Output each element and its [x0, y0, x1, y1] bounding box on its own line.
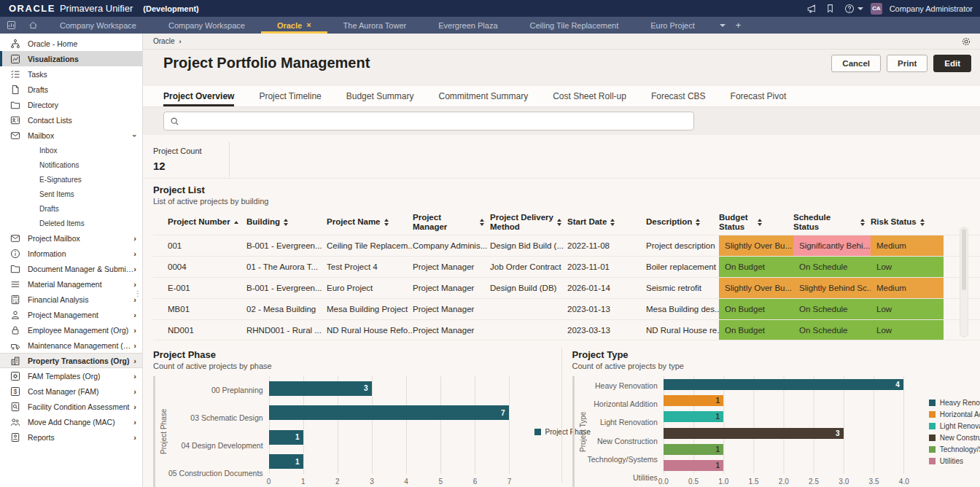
tab-forecast-cbs[interactable]: Forecast CBS [651, 86, 706, 106]
breadcrumb-item[interactable]: Oracle [153, 37, 174, 45]
cancel-button[interactable]: Cancel [831, 55, 881, 72]
sort-icon[interactable] [758, 219, 762, 226]
sidebar-item-reports[interactable]: Reports› [0, 429, 142, 445]
search-box[interactable] [163, 112, 694, 130]
sidebar-item-contact-lists[interactable]: Contact Lists [0, 112, 142, 128]
home-icon[interactable] [22, 17, 44, 34]
sidebar-item-property-transactions-org[interactable]: Property Transactions (Org)› [0, 353, 142, 368]
table-scrollbar-thumb[interactable] [962, 229, 966, 290]
sort-icon[interactable] [384, 219, 389, 226]
sort-icon[interactable] [860, 219, 865, 226]
chevron-down-icon[interactable] [720, 24, 726, 27]
sidebar-item-mailbox[interactable]: Mailbox› [0, 128, 142, 143]
search-input[interactable] [184, 113, 688, 129]
mail-icon [9, 130, 20, 141]
sidebar-item-financial-analysis[interactable]: Financial Analysis› [0, 292, 142, 307]
bar-technology-systems[interactable]: 1 [664, 444, 723, 455]
announcements-icon[interactable] [806, 3, 817, 15]
tab-project-overview[interactable]: Project Overview [163, 86, 234, 106]
sidebar-item-maintenance-management-org[interactable]: Maintenance Management (Org)› [0, 338, 142, 353]
bar-04-design-development[interactable]: 1 [269, 430, 303, 445]
cell-schedule-status: Slightly Behind Sc... [793, 278, 871, 298]
tab-project-timeline[interactable]: Project Timeline [259, 86, 321, 106]
workspace-tab-evergreen-plaza-4[interactable]: Evergreen Plaza [422, 17, 513, 34]
close-tab-icon[interactable]: × [306, 21, 311, 29]
tab-cost-sheet-roll-up[interactable]: Cost Sheet Roll-up [553, 86, 626, 106]
bar-light-renovation[interactable]: 1 [664, 411, 723, 422]
breadcrumb[interactable]: Oracle › [153, 37, 181, 45]
sort-icon[interactable] [920, 219, 925, 226]
sort-icon[interactable] [284, 219, 288, 226]
bar-horizontal-addition[interactable]: 1 [664, 395, 723, 406]
table-row[interactable]: E-001B-001 - Evergreen...Euro ProjectPro… [153, 277, 980, 298]
workspace-tab-the-aurora-tower-3[interactable]: The Aurora Tower [327, 17, 423, 34]
bookmark-icon[interactable] [825, 3, 836, 15]
tab-commitment-summary[interactable]: Commitment Summary [438, 86, 528, 106]
sidebar-item-project-management[interactable]: Project Management› [0, 307, 142, 322]
bar-new-construction[interactable]: 3 [664, 428, 844, 439]
sidebar-item-fam-templates-org[interactable]: FAM Templates (Org)› [0, 368, 142, 383]
column-header-description[interactable]: Description [646, 217, 719, 227]
gear-icon[interactable] [961, 36, 971, 47]
sidebar-subitem-e-signatures[interactable]: E-Signatures [0, 172, 142, 187]
tab-forecast-pivot[interactable]: Forecast Pivot [731, 86, 787, 106]
bar-heavy-renovation[interactable]: 4 [664, 379, 903, 390]
workspace-tab-company-workspace-0[interactable]: Company Workspace [44, 17, 152, 34]
table-row[interactable]: MB0102 - Mesa BuildingMesa Building Proj… [153, 298, 980, 319]
sidebar-subitem-notifications[interactable]: Notifications [0, 157, 142, 172]
table-row[interactable]: ND001RHND001 - Rural ...ND Rural House R… [153, 319, 980, 340]
sort-icon[interactable] [480, 219, 484, 226]
sidebar-item-material-management[interactable]: Material Management› [0, 276, 142, 292]
sidebar-subitem-deleted-items[interactable]: Deleted Items [0, 216, 142, 230]
plus-icon[interactable]: + [736, 20, 742, 31]
bar-03-schematic-design[interactable]: 7 [269, 405, 509, 420]
column-header-project-number[interactable]: Project Number [168, 217, 246, 227]
table-scrollbar[interactable] [960, 227, 968, 338]
workspace-tab-company-workspace-1[interactable]: Company Workspace [152, 17, 261, 34]
table-row[interactable]: 000401 - The Aurora T...Test Project 4Pr… [153, 256, 980, 277]
print-button[interactable]: Print [887, 55, 928, 72]
sort-icon[interactable] [234, 221, 238, 224]
sidebar-item-employee-management-org[interactable]: Employee Management (Org)› [0, 322, 142, 338]
sidebar-resize-handle[interactable]: ⋮ [134, 292, 141, 295]
user-avatar[interactable]: CA [871, 3, 882, 15]
column-header-project-manager[interactable]: Project Manager [413, 213, 490, 232]
column-header-project-delivery-method[interactable]: Project Delivery Method [490, 213, 567, 232]
bar-05-construction-documents[interactable]: 1 [269, 454, 303, 469]
column-header-schedule-status[interactable]: Schedule Status [793, 213, 871, 232]
bar-00-preplanning[interactable]: 3 [269, 381, 372, 396]
sidebar-item-information[interactable]: Information› [0, 246, 142, 261]
help-menu[interactable] [844, 3, 863, 15]
sort-icon[interactable] [557, 219, 561, 226]
user-name[interactable]: Company Administrator [890, 4, 973, 13]
edit-button[interactable]: Edit [933, 55, 971, 72]
sidebar-item-drafts[interactable]: Drafts [0, 82, 142, 97]
sidebar-item-project-mailbox[interactable]: Project Mailbox› [0, 230, 142, 246]
sidebar-subitem-sent-items[interactable]: Sent Items [0, 187, 142, 201]
tab-budget-summary[interactable]: Budget Summary [346, 86, 414, 106]
sort-icon[interactable] [696, 219, 700, 226]
column-header-building[interactable]: Building [246, 217, 327, 227]
column-header-start-date[interactable]: Start Date [567, 217, 646, 227]
workspace-tab-euro-project-6[interactable]: Euro Project [634, 17, 711, 34]
visualizations-icon[interactable] [0, 17, 22, 34]
column-header-project-name[interactable]: Project Name [327, 217, 413, 227]
sidebar-item-directory[interactable]: Directory [0, 97, 142, 112]
sidebar-item-oracle-home[interactable]: Oracle - Home [0, 36, 142, 51]
sidebar-item-move-add-change-mac[interactable]: Move Add Change (MAC)› [0, 414, 142, 429]
sidebar-subitem-drafts[interactable]: Drafts [0, 201, 142, 216]
workspace-tab-oracle-2[interactable]: Oracle× [261, 17, 327, 34]
bar-utilities[interactable]: 1 [664, 460, 723, 471]
sidebar-subitem-inbox[interactable]: Inbox [0, 143, 142, 157]
sidebar-item-tasks[interactable]: Tasks [0, 66, 142, 82]
table-row[interactable]: 001B-001 - Evergreen...Ceiling Tile Repl… [153, 235, 980, 256]
column-header-budget-status[interactable]: Budget Status [719, 213, 793, 232]
sidebar-item-visualizations[interactable]: Visualizations [0, 51, 142, 66]
sidebar-item-cost-manager-fam[interactable]: $Cost Manager (FAM)› [0, 383, 142, 399]
help-icon[interactable] [844, 3, 855, 15]
workspace-tab-ceiling-tile-replacement-5[interactable]: Ceiling Tile Replacement [514, 17, 635, 34]
column-header-risk-status[interactable]: Risk Status [871, 217, 944, 227]
sidebar-item-document-manager-submittals[interactable]: Document Manager & Submittals› [0, 261, 142, 276]
sort-icon[interactable] [610, 219, 615, 226]
sidebar-item-facility-condition-assessment[interactable]: Facility Condition Assessment› [0, 399, 142, 414]
